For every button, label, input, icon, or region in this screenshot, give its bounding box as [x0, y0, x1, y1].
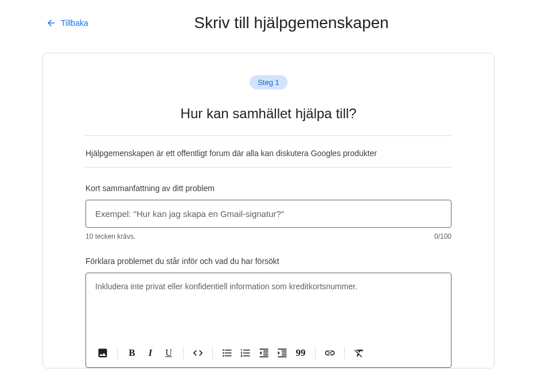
forum-description: Hjälpgemenskapen är ett offentligt forum…: [85, 136, 452, 167]
details-label: Förklara problemet du står inför och vad…: [85, 257, 452, 266]
quote-icon: 99: [296, 347, 306, 359]
toolbar-clear-button[interactable]: [351, 344, 368, 362]
toolbar-ul-button[interactable]: [219, 344, 236, 362]
summary-input[interactable]: [85, 200, 452, 228]
numbered-list-icon: [240, 347, 251, 359]
summary-label: Kort sammanfattning av ditt problem: [85, 184, 452, 193]
toolbar-link-button[interactable]: [321, 344, 338, 362]
indent-icon: [277, 347, 288, 359]
toolbar-indent-button[interactable]: [274, 344, 291, 362]
toolbar-separator: [344, 347, 345, 359]
step-title: Hur kan samhället hjälpa till?: [85, 106, 452, 122]
divider: [85, 167, 452, 168]
editor-toolbar: B I U 99: [86, 340, 451, 367]
back-label: Tillbaka: [61, 18, 88, 28]
clear-format-icon: [353, 347, 365, 359]
bold-icon: B: [129, 347, 135, 359]
toolbar-underline-button[interactable]: U: [160, 344, 177, 362]
page-title: Skriv till hjälpgemenskapen: [46, 14, 537, 32]
summary-hint: 10 tecken krävs.: [85, 232, 135, 240]
toolbar-italic-button[interactable]: I: [142, 344, 159, 362]
details-textarea[interactable]: Inkludera inte privat eller konfidentiel…: [86, 273, 451, 340]
toolbar-bold-button[interactable]: B: [123, 344, 141, 362]
details-editor: Inkludera inte privat eller konfidentiel…: [85, 273, 452, 368]
summary-meta: 10 tecken krävs. 0/100: [85, 232, 452, 240]
underline-icon: U: [165, 348, 172, 358]
toolbar-quote-button[interactable]: 99: [292, 344, 309, 362]
image-icon: [97, 347, 108, 359]
toolbar-separator: [183, 347, 184, 359]
arrow-left-icon: [46, 18, 56, 28]
toolbar-ol-button[interactable]: [237, 344, 254, 362]
toolbar-separator: [117, 347, 118, 359]
italic-icon: I: [149, 347, 153, 359]
toolbar-image-button[interactable]: [94, 344, 111, 362]
summary-counter: 0/100: [434, 232, 452, 240]
bulleted-list-icon: [221, 347, 233, 359]
header: Tillbaka Skriv till hjälpgemenskapen: [0, 0, 537, 46]
back-button[interactable]: Tillbaka: [46, 18, 88, 28]
code-icon: [192, 347, 204, 359]
toolbar-code-button[interactable]: [189, 344, 207, 362]
toolbar-separator: [315, 347, 316, 359]
outdent-icon: [258, 347, 270, 359]
link-icon: [324, 347, 336, 359]
toolbar-separator: [212, 347, 213, 359]
step-badge: Steg 1: [250, 75, 287, 90]
form-card: Steg 1 Hur kan samhället hjälpa till? Hj…: [42, 53, 495, 368]
toolbar-outdent-button[interactable]: [255, 344, 273, 362]
